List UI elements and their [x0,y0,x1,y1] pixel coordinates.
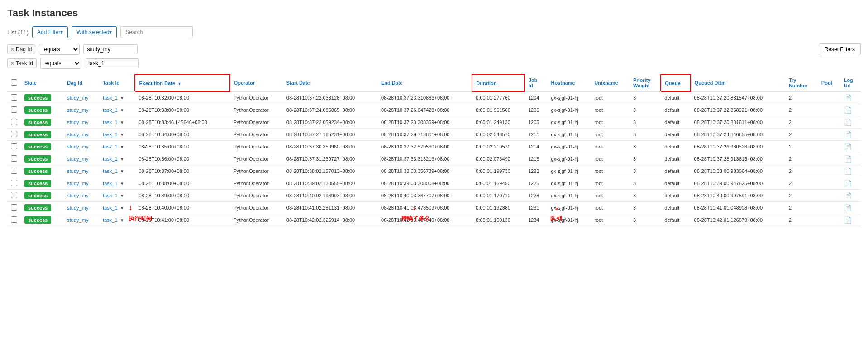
row-operator: PythonOperator [230,190,283,202]
task-id-link[interactable]: task_1 [103,181,117,186]
row-priority-weight: 3 [630,116,661,129]
task-id-filter-icon[interactable]: ▼ [120,193,124,198]
task-id-link[interactable]: task_1 [103,217,117,223]
row-select-checkbox[interactable] [11,106,17,113]
task-id-link[interactable]: task_1 [103,95,117,101]
row-select-checkbox[interactable] [11,119,17,125]
log-icon[interactable]: 📄 [844,143,852,150]
row-execution-date: 08-28T10:32:00+08:00 [135,91,229,104]
task-id-filter-close[interactable]: × [11,60,14,67]
task-id-filter-input[interactable] [85,58,139,68]
header-dag-id: Dag Id [63,75,99,91]
log-icon[interactable]: 📄 [844,119,852,126]
row-select-checkbox[interactable] [11,143,17,149]
task-id-link[interactable]: task_1 [103,107,117,113]
dag-id-link[interactable]: study_my [67,205,88,211]
log-icon[interactable]: 📄 [844,94,852,101]
task-id-link[interactable]: task_1 [103,120,117,125]
row-duration: 0:00:01.961560 [472,104,525,116]
row-task-id: task_1 ▼ [99,190,135,202]
row-select-checkbox[interactable] [11,155,17,162]
log-icon[interactable]: 📄 [844,155,852,163]
task-id-filter-icon[interactable]: ▼ [120,181,124,186]
row-select-checkbox[interactable] [11,168,17,174]
add-filter-button[interactable]: Add Filter▾ [32,26,68,38]
task-id-filter-icon[interactable]: ▼ [120,218,124,223]
dag-id-filter-close[interactable]: × [11,46,14,53]
row-select-checkbox[interactable] [11,192,17,198]
row-task-id: task_1 ▼ [99,104,135,116]
row-priority-weight: 3 [630,202,661,214]
dag-id-link[interactable]: study_my [67,107,88,113]
log-icon[interactable]: 📄 [844,180,852,187]
task-id-link[interactable]: task_1 [103,144,117,149]
log-icon[interactable]: 📄 [844,168,852,175]
task-id-filter-icon[interactable]: ▼ [120,206,124,211]
task-id-filter-icon[interactable]: ▼ [120,132,124,137]
row-queued-dttm: 08-28T10:37:20.831611+08:00 [691,116,785,129]
row-end-date: 08-28T10:38:03.356739+08:00 [377,165,472,177]
row-log-url: 📄 [840,129,861,141]
task-id-filter-icon[interactable]: ▼ [120,96,124,101]
list-count: List (11) [7,29,29,36]
row-dag-id: study_my [63,129,99,141]
task-id-link[interactable]: task_1 [103,193,117,198]
log-icon[interactable]: 📄 [844,131,852,138]
log-icon[interactable]: 📄 [844,204,852,211]
task-id-filter-icon[interactable]: ▼ [120,144,124,149]
dag-id-link[interactable]: study_my [67,168,88,174]
row-unixname: root [591,141,630,153]
row-log-url: 📄 [840,190,861,202]
task-id-operator-select[interactable]: equals not equals contains [40,58,81,69]
row-select-checkbox[interactable] [11,94,17,101]
row-job-id: 1214 [525,141,548,153]
row-unixname: root [591,165,630,177]
row-start-date: 08-28T10:37:22.059234+08:00 [283,116,377,129]
row-select-checkbox[interactable] [11,204,17,211]
row-start-date: 08-28T10:37:27.165231+08:00 [283,129,377,141]
row-pool [818,202,840,214]
row-operator: PythonOperator [230,214,283,226]
header-try-number: TryNumber [785,75,818,91]
task-id-link[interactable]: task_1 [103,168,117,174]
dag-id-link[interactable]: study_my [67,181,88,186]
with-selected-button[interactable]: With selected▾ [72,26,117,38]
task-id-link[interactable]: task_1 [103,205,117,211]
filter-row-task: × Task Id equals not equals contains [7,58,861,69]
task-id-link[interactable]: task_1 [103,132,117,137]
task-id-filter-icon[interactable]: ▼ [120,157,124,162]
row-select-checkbox[interactable] [11,131,17,137]
row-duration: 0:00:01.277760 [472,91,525,104]
row-select-checkbox[interactable] [11,180,17,186]
dag-id-link[interactable]: study_my [67,95,88,101]
log-icon[interactable]: 📄 [844,106,852,114]
task-id-filter-icon[interactable]: ▼ [120,120,124,125]
row-dag-id: study_my [63,214,99,226]
row-queued-dttm: 08-28T10:37:24.846655+08:00 [691,129,785,141]
log-icon[interactable]: 📄 [844,192,852,199]
reset-filters-button[interactable]: Reset Filters [819,43,861,55]
row-checkbox [7,177,21,190]
task-id-link[interactable]: task_1 [103,156,117,162]
table-row: success study_my task_1 ▼ 08-28T10:34:00… [7,129,861,141]
table-row: success study_my task_1 ▼ 08-28T10:32:00… [7,91,861,104]
dag-id-link[interactable]: study_my [67,144,88,149]
dag-id-filter-input[interactable] [83,44,138,54]
row-checkbox [7,91,21,104]
log-icon[interactable]: 📄 [844,216,852,224]
row-checkbox [7,104,21,116]
search-input[interactable] [120,26,193,38]
dag-id-link[interactable]: study_my [67,132,88,137]
dag-id-link[interactable]: study_my [67,217,88,223]
header-execution-date[interactable]: Execution Date ▼ [135,75,229,91]
select-all-checkbox[interactable] [11,79,17,86]
dag-id-link[interactable]: study_my [67,193,88,198]
dag-id-link[interactable]: study_my [67,120,88,125]
row-queued-dttm: 08-28T10:37:26.930523+08:00 [691,141,785,153]
row-select-checkbox[interactable] [11,216,17,223]
dag-id-filter-label: Dag Id [16,46,32,53]
dag-id-link[interactable]: study_my [67,156,88,162]
dag-id-operator-select[interactable]: equals not equals contains [39,44,80,55]
task-id-filter-icon[interactable]: ▼ [120,169,124,174]
task-id-filter-icon[interactable]: ▼ [120,108,124,113]
